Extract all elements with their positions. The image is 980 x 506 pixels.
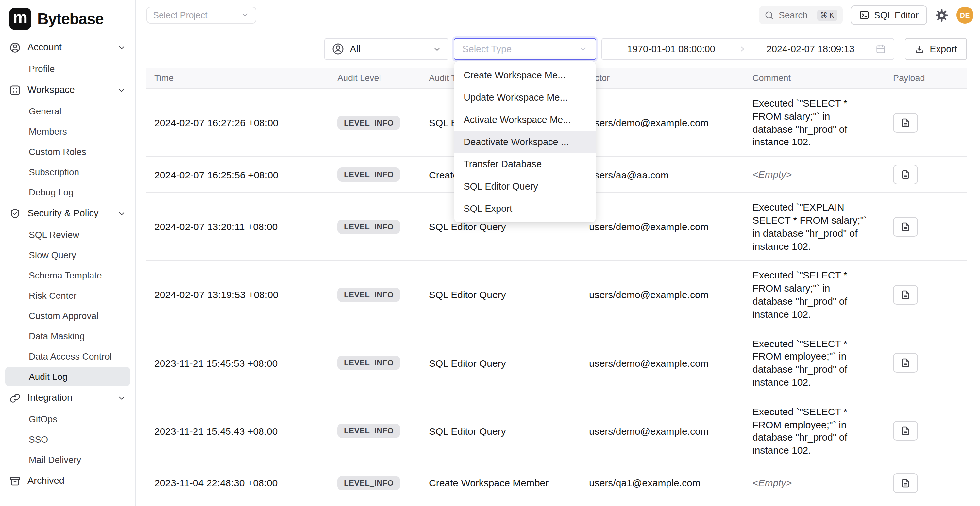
- column-header-payload: Payload: [885, 68, 967, 89]
- audit-level-badge: LEVEL_INFO: [337, 220, 400, 234]
- sidebar-item-sso[interactable]: SSO: [5, 430, 130, 449]
- topbar-right: Search ⌘ K SQL Editor DE: [759, 5, 974, 25]
- comment-text: Executed `"EXPLAIN SELECT * FROM salary;…: [752, 201, 869, 252]
- sidebar-item-custom-roles[interactable]: Custom Roles: [5, 142, 130, 161]
- date-range-picker[interactable]: 1970-01-01 08:00:00 2024-02-07 18:09:13: [601, 38, 894, 60]
- file-text-icon: [900, 117, 911, 128]
- gear-icon: [935, 8, 949, 22]
- type-filter-select[interactable]: Select Type Create Workspace Me...Update…: [454, 38, 596, 60]
- cell-time: 2024-02-07 16:25:56 +08:00: [146, 157, 329, 193]
- cell-comment: Executed `"SELECT * FROM employee;"` in …: [745, 397, 885, 465]
- sidebar-section-label: Integration: [27, 391, 72, 404]
- payload-button[interactable]: [893, 353, 918, 372]
- archive-icon: [9, 475, 21, 487]
- sidebar-item-data-masking[interactable]: Data Masking: [5, 326, 130, 346]
- cell-actor: users/demo@example.com: [581, 193, 745, 261]
- chevron-down-icon: [240, 10, 250, 20]
- payload-button[interactable]: [893, 113, 918, 132]
- section-chevron: [117, 43, 126, 52]
- table-row: 2023-11-04 22:48:30 +08:00LEVEL_INFOCrea…: [146, 465, 967, 501]
- section-chevron: [117, 85, 126, 94]
- type-option-sql-editor-query[interactable]: SQL Editor Query: [454, 175, 596, 197]
- actor-filter-select[interactable]: All: [324, 38, 449, 60]
- column-header-comment: Comment: [745, 68, 885, 89]
- date-from-value: 1970-01-01 08:00:00: [610, 44, 732, 54]
- sidebar-item-sql-review[interactable]: SQL Review: [5, 225, 130, 245]
- filter-bar: All Select Type Create Workspace Me...Up…: [136, 38, 980, 60]
- sql-editor-button[interactable]: SQL Editor: [851, 5, 927, 25]
- sidebar-section-account[interactable]: Account: [0, 37, 135, 58]
- type-filter-placeholder: Select Type: [462, 44, 579, 54]
- empty-comment-label: <Empty>: [752, 169, 792, 180]
- cell-actor: users/demo@example.com: [581, 261, 745, 329]
- type-option-deactivate-workspace[interactable]: Deactivate Workspace ...: [454, 131, 596, 153]
- cell-audit-level: LEVEL_INFO: [329, 157, 421, 193]
- audit-level-badge: LEVEL_INFO: [337, 424, 400, 438]
- sidebar-section-label: Workspace: [27, 84, 75, 96]
- type-option-activate-workspace-me[interactable]: Activate Workspace Me...: [454, 108, 596, 131]
- table-row: 2023-11-21 15:45:53 +08:00LEVEL_INFOSQL …: [146, 329, 967, 397]
- audit-level-badge: LEVEL_INFO: [337, 476, 400, 490]
- comment-text: Executed `"SELECT * FROM employee;"` in …: [752, 337, 869, 389]
- bytebase-logo[interactable]: m Bytebase: [0, 4, 135, 37]
- sidebar-item-audit-log[interactable]: Audit Log: [5, 367, 130, 387]
- sidebar-section-label: Account: [27, 41, 62, 54]
- cell-actor: users/demo@example.com: [581, 397, 745, 465]
- payload-button[interactable]: [893, 217, 918, 237]
- sidebar-item-data-access-control[interactable]: Data Access Control: [5, 347, 130, 366]
- sidebar-item-debug-log[interactable]: Debug Log: [5, 182, 130, 202]
- payload-button[interactable]: [893, 473, 918, 493]
- payload-button[interactable]: [893, 165, 918, 185]
- project-select-label: Select Project: [153, 10, 208, 20]
- cell-time: 2023-11-04 22:48:30 +08:00: [146, 465, 329, 501]
- payload-button[interactable]: [893, 421, 918, 441]
- cell-audit-level: LEVEL_INFO: [329, 329, 421, 397]
- sql-editor-label: SQL Editor: [874, 10, 918, 20]
- sidebar-item-risk-center[interactable]: Risk Center: [5, 286, 130, 305]
- search-input[interactable]: Search ⌘ K: [759, 6, 843, 24]
- terminal-icon: [859, 10, 870, 20]
- type-option-update-workspace-me[interactable]: Update Workspace Me...: [454, 86, 596, 108]
- cell-comment: Executed `"SELECT * FROM employee;"` in …: [745, 329, 885, 397]
- sidebar-item-schema-template[interactable]: Schema Template: [5, 266, 130, 285]
- sidebar-item-mail-delivery[interactable]: Mail Delivery: [5, 450, 130, 469]
- sidebar-item-general[interactable]: General: [5, 101, 130, 121]
- project-select[interactable]: Select Project: [146, 6, 256, 24]
- cell-actor: users/aa@aa.com: [581, 157, 745, 193]
- type-option-transfer-database[interactable]: Transfer Database: [454, 153, 596, 175]
- bytebase-logo-icon: m: [9, 8, 31, 30]
- sidebar-item-profile[interactable]: Profile: [5, 59, 130, 78]
- type-dropdown-menu: Create Workspace Me...Update Workspace M…: [454, 62, 596, 222]
- type-option-sql-export[interactable]: SQL Export: [454, 197, 596, 220]
- payload-button[interactable]: [893, 285, 918, 305]
- sidebar-section-workspace[interactable]: Workspace: [0, 79, 135, 101]
- sidebar-section-archived[interactable]: Archived: [0, 470, 135, 492]
- section-chevron: [117, 209, 126, 218]
- sidebar-nav: AccountProfileWorkspaceGeneralMembersCus…: [0, 37, 135, 492]
- sidebar-item-slow-query[interactable]: Slow Query: [5, 245, 130, 265]
- comment-text: <Empty>: [752, 477, 869, 490]
- sidebar-item-subscription[interactable]: Subscription: [5, 162, 130, 182]
- sidebar-item-members[interactable]: Members: [5, 122, 130, 141]
- chevron-down-icon: [117, 43, 126, 52]
- file-text-icon: [900, 358, 911, 368]
- chevron-down-icon: [579, 45, 588, 54]
- file-text-icon: [900, 222, 911, 232]
- sidebar-item-custom-approval[interactable]: Custom Approval: [5, 306, 130, 326]
- cell-payload: [885, 329, 967, 397]
- sidebar-section-security-policy[interactable]: Security & Policy: [0, 203, 135, 224]
- table-row: 2023-11-21 15:45:43 +08:00LEVEL_INFOSQL …: [146, 397, 967, 465]
- sidebar: m Bytebase AccountProfileWorkspaceGenera…: [0, 0, 136, 506]
- sidebar-item-gitops[interactable]: GitOps: [5, 409, 130, 429]
- cell-payload: [885, 261, 967, 329]
- settings-button[interactable]: [935, 8, 949, 22]
- cell-comment: <Empty>: [745, 157, 885, 193]
- cell-audit-type: SQL Editor Query: [421, 501, 581, 506]
- comment-text: Executed `"SELECT * FROM salary;"` in da…: [752, 269, 869, 321]
- cell-time: 2024-02-07 16:27:26 +08:00: [146, 89, 329, 157]
- type-option-create-workspace-me[interactable]: Create Workspace Me...: [454, 64, 596, 86]
- sidebar-section-integration[interactable]: Integration: [0, 387, 135, 409]
- avatar[interactable]: DE: [956, 6, 974, 24]
- export-button[interactable]: Export: [905, 38, 967, 60]
- export-label: Export: [930, 44, 957, 54]
